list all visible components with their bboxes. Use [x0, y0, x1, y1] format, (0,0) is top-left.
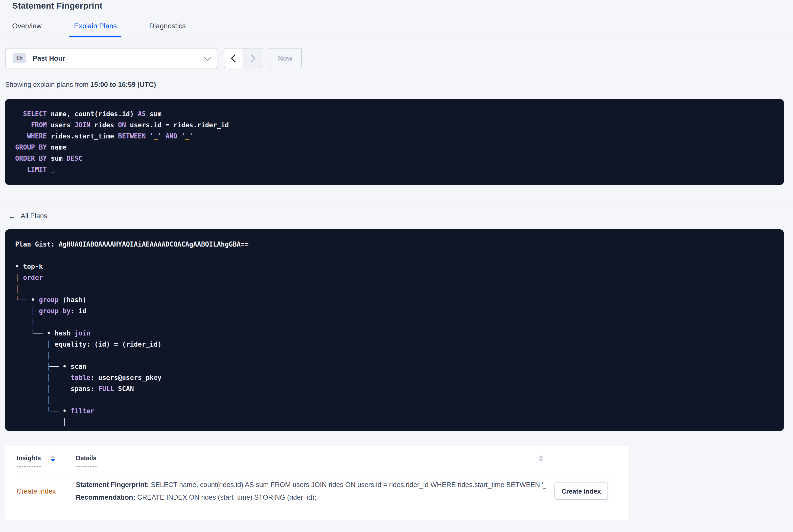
- details-cell: Statement Fingerprint: SELECT name, coun…: [76, 478, 546, 504]
- code-line: [15, 250, 774, 261]
- code-line: • top-k: [15, 261, 774, 272]
- code-line: └── • filter: [15, 406, 774, 417]
- plan-detail-section: ←All Plans Plan Gist: AgHUAQIABQAAAAHYAQ…: [0, 204, 793, 520]
- interval-badge: 1h: [13, 53, 26, 63]
- tab-list: OverviewExplain PlansDiagnostics: [7, 22, 793, 37]
- time-range-arrows: [224, 48, 262, 68]
- prev-range-button[interactable]: [224, 48, 243, 68]
- sort-up-triangle: [51, 455, 55, 458]
- code-line: │: [15, 350, 774, 361]
- table-row: Create Index Statement Fingerprint: SELE…: [5, 473, 628, 509]
- sort-icon-details[interactable]: [539, 455, 543, 462]
- code-line: │ spans: FULL SCAN: [15, 383, 774, 395]
- create-index-link[interactable]: Create Index: [17, 488, 56, 495]
- code-line: │ group by: id: [15, 306, 774, 317]
- showing-range-text: Showing explain plans from 15:00 to 16:5…: [5, 81, 788, 89]
- code-line: │: [15, 283, 774, 294]
- sql-statement-block: SELECT name, count(rides.id) AS sum FROM…: [5, 99, 784, 185]
- insight-cell: Create Index: [17, 487, 76, 496]
- code-line: SELECT name, count(rides.id) AS sum: [15, 109, 774, 120]
- time-picker-row: 1h Past Hour Now: [5, 48, 788, 68]
- column-header-details[interactable]: Details: [76, 455, 617, 467]
- action-cell: Create Index: [546, 482, 617, 500]
- tab-diagnostics[interactable]: Diagnostics: [145, 22, 190, 37]
- chevron-right-icon: [247, 54, 255, 62]
- chevron-down-icon: [204, 54, 210, 60]
- code-line: │ equality: (id) = (rider_id): [15, 339, 774, 350]
- all-plans-back-link[interactable]: ←All Plans: [5, 212, 47, 220]
- code-line: FROM users JOIN rides ON users.id = ride…: [15, 120, 774, 131]
- row-divider: [17, 515, 617, 515]
- code-line: │ order: [15, 272, 774, 283]
- code-line: WHERE rides.start_time BETWEEN '_' AND '…: [15, 131, 774, 142]
- now-button[interactable]: Now: [269, 48, 301, 68]
- sort-up-triangle: [539, 455, 543, 458]
- code-line: │: [15, 317, 774, 328]
- code-line: ├── • scan: [15, 361, 774, 372]
- plan-gist-block: Plan Gist: AgHUAQIABQAAAAHYAQIAiAEAAAADC…: [5, 229, 784, 431]
- code-line: └── • hash join: [15, 328, 774, 339]
- explain-plans-section: 1h Past Hour Now Showing explain plans f…: [0, 48, 793, 185]
- details-column-label: Details: [76, 455, 96, 467]
- code-line: LIMIT _: [15, 164, 774, 175]
- statement-fingerprint-page: Statement Fingerprint OverviewExplain Pl…: [0, 0, 793, 532]
- column-header-insights[interactable]: Insights: [17, 455, 76, 467]
- detail-line: Statement Fingerprint: SELECT name, coun…: [76, 478, 546, 491]
- code-line: ORDER BY sum DESC: [15, 153, 774, 164]
- page-header: Statement Fingerprint: [0, 0, 793, 11]
- insights-table-header: Insights Details: [5, 446, 628, 467]
- tab-explain-plans[interactable]: Explain Plans: [70, 22, 121, 37]
- code-line: Plan Gist: AgHUAQIABQAAAAHYAQIAiAEAAAADC…: [15, 239, 774, 250]
- code-line: │ table: users@users_pkey: [15, 372, 774, 383]
- showing-range-prefix: Showing explain plans from: [5, 81, 91, 89]
- tab-bar: OverviewExplain PlansDiagnostics: [0, 22, 793, 37]
- page-title: Statement Fingerprint: [12, 1, 781, 11]
- tab-overview[interactable]: Overview: [7, 22, 46, 37]
- detail-line: Recommendation: CREATE INDEX ON rides (s…: [76, 491, 546, 504]
- sort-down-triangle: [539, 459, 543, 462]
- code-line: │: [15, 417, 774, 428]
- code-line: │: [15, 395, 774, 406]
- time-range-label: Past Hour: [33, 54, 65, 62]
- showing-range-bold: 15:00 to 16:59 (UTC): [91, 81, 156, 89]
- back-arrow-icon: ←: [8, 212, 16, 220]
- next-range-button[interactable]: [243, 48, 262, 68]
- sort-down-triangle: [51, 459, 55, 462]
- code-line: └── • group (hash): [15, 294, 774, 306]
- code-line: GROUP BY name: [15, 142, 774, 153]
- chevron-left-icon: [230, 54, 238, 62]
- time-interval-dropdown[interactable]: 1h Past Hour: [5, 48, 217, 68]
- insights-table-card: Insights Details Create Index Statement …: [5, 446, 628, 520]
- sort-icon-insights[interactable]: [51, 455, 55, 462]
- insights-column-label: Insights: [17, 455, 41, 467]
- all-plans-label: All Plans: [21, 212, 47, 220]
- create-index-button[interactable]: Create Index: [554, 482, 608, 500]
